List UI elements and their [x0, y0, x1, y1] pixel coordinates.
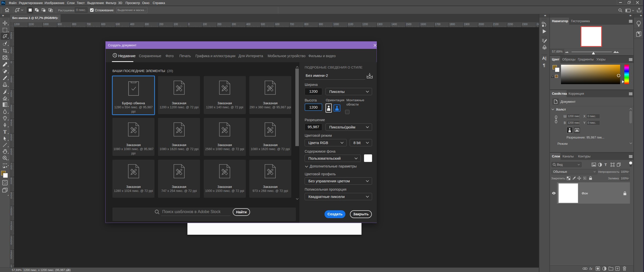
svg-text:T: T	[3, 129, 7, 134]
